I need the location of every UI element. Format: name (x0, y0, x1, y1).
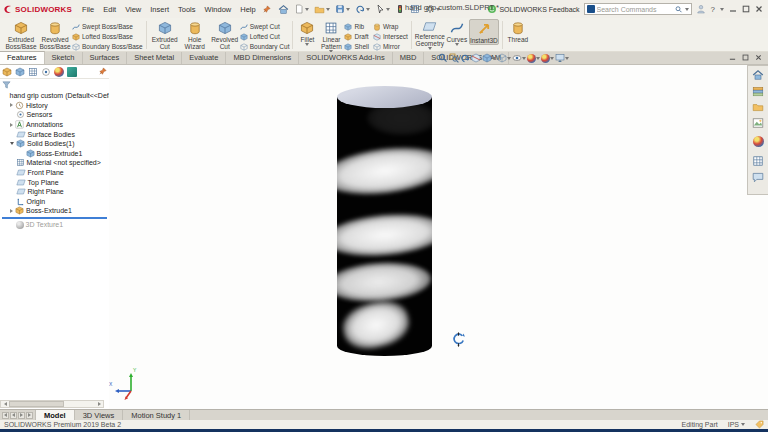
scrollbar-thumb[interactable] (9, 401, 64, 407)
units-selector[interactable]: IPS (728, 421, 745, 428)
menu-insert[interactable]: Insert (146, 3, 173, 16)
tab-sketch[interactable]: Sketch (45, 52, 83, 64)
view-orientation-icon[interactable] (482, 53, 496, 63)
extruded-boss-button[interactable]: Extruded Boss/Base (4, 19, 38, 50)
curves-button[interactable]: Curves (445, 19, 469, 46)
tree-item-front-plane[interactable]: Front Plane (2, 168, 109, 178)
mirror-button[interactable]: Mirror (373, 42, 408, 51)
tree-item-3d-texture1[interactable]: 3D Texture1 (2, 220, 109, 230)
rib-button[interactable]: Rib (344, 22, 368, 31)
apply-scene-icon[interactable] (541, 54, 554, 63)
taskpane-home-icon[interactable] (752, 69, 764, 81)
next-tab-icon[interactable] (18, 412, 25, 419)
lofted-cut-button[interactable]: Lofted Cut (240, 32, 290, 41)
tag-icon[interactable] (755, 420, 764, 429)
tree-item-right-plane[interactable]: Right Plane (2, 187, 109, 197)
draft-button[interactable]: Draft (344, 32, 368, 41)
featuremanager-tree-tab[interactable] (2, 67, 12, 77)
expand-icon[interactable] (10, 123, 13, 127)
doc-restore-icon[interactable] (742, 54, 749, 61)
expand-icon[interactable] (10, 103, 13, 107)
tree-item-origin[interactable]: Origin (2, 197, 109, 207)
tab-evaluate[interactable]: Evaluate (182, 52, 226, 64)
hole-wizard-button[interactable]: Hole Wizard (180, 19, 210, 50)
menu-file[interactable]: File (78, 3, 98, 16)
restore-icon[interactable] (742, 5, 750, 13)
scroll-right-icon[interactable] (95, 401, 103, 407)
rollback-bar[interactable] (2, 217, 107, 219)
design-library-icon[interactable] (752, 85, 764, 97)
custom-properties-icon[interactable] (752, 155, 764, 167)
edit-appearance-icon[interactable] (527, 54, 540, 63)
search-icon[interactable] (675, 5, 683, 14)
tab-model[interactable]: Model (36, 410, 75, 420)
dimxpertmanager-tab[interactable] (41, 67, 51, 77)
menu-help[interactable]: Help (236, 3, 259, 16)
panel-horizontal-scrollbar[interactable] (0, 400, 104, 408)
tree-item-boss-extrude1-body[interactable]: Boss-Extrude1 (2, 149, 109, 159)
propertymanager-tab[interactable] (15, 67, 25, 77)
tab-surfaces[interactable]: Surfaces (83, 52, 128, 64)
boundary-boss-button[interactable]: Boundary Boss/Base (72, 42, 143, 51)
zoom-to-fit-icon[interactable] (438, 53, 448, 63)
boundary-cut-button[interactable]: Boundary Cut (240, 42, 290, 51)
display-style-icon[interactable] (497, 53, 511, 63)
tree-item-solid-bodies[interactable]: Solid Bodies(1) (2, 139, 109, 149)
doc-close-icon[interactable] (755, 54, 762, 61)
new-document-button[interactable] (293, 3, 310, 15)
expand-icon[interactable] (10, 209, 13, 213)
tab-mbd[interactable]: MBD (393, 52, 425, 64)
rebuild-button[interactable] (394, 3, 406, 15)
search-caret-icon[interactable] (685, 8, 689, 11)
linear-pattern-button[interactable]: Linear Pattern (318, 19, 344, 53)
section-view-icon[interactable] (471, 53, 481, 63)
revolved-boss-button[interactable]: Revolved Boss/Base (38, 19, 72, 50)
reference-geometry-button[interactable]: Reference Geometry (415, 19, 445, 50)
tree-item-material[interactable]: Material <not specified> (2, 158, 109, 168)
minimize-icon[interactable] (729, 5, 737, 13)
search-scope-icon[interactable] (587, 5, 595, 13)
open-button[interactable] (313, 3, 331, 16)
tab-solidworks-add-ins[interactable]: SOLIDWORKS Add-Ins (299, 52, 392, 64)
undo-button[interactable] (354, 3, 371, 15)
swept-cut-button[interactable]: Swept Cut (240, 22, 290, 31)
tab-motion-study-1[interactable]: Motion Study 1 (123, 410, 190, 420)
home-button[interactable] (277, 3, 290, 16)
tab-features[interactable]: Features (0, 51, 45, 64)
tree-item-top-plane[interactable]: Top Plane (2, 177, 109, 187)
revolved-cut-button[interactable]: Revolved Cut (210, 19, 240, 50)
panel-pin-icon[interactable] (98, 67, 107, 76)
select-button[interactable] (374, 3, 391, 15)
first-tab-icon[interactable] (2, 412, 9, 419)
hide-show-items-icon[interactable] (512, 53, 526, 63)
file-explorer-icon[interactable] (752, 101, 764, 113)
instant3d-button[interactable]: Instant3D (469, 19, 499, 45)
tree-filter-icon[interactable] (2, 80, 11, 89)
tree-item-annotations[interactable]: Annotations (2, 120, 109, 130)
thread-button[interactable]: Thread (506, 19, 530, 43)
tree-item-sensors[interactable]: Sensors (2, 110, 109, 120)
view-settings-icon[interactable] (555, 53, 569, 63)
model-top-face[interactable] (337, 86, 432, 108)
feedback-button[interactable]: SOLIDWORKS Feedback (487, 4, 579, 14)
last-tab-icon[interactable] (26, 412, 33, 419)
zoom-to-area-icon[interactable] (449, 53, 459, 63)
appearances-icon[interactable] (753, 133, 764, 151)
intersect-button[interactable]: Intersect (373, 32, 408, 41)
tree-item-boss-extrude1[interactable]: Boss-Extrude1 (2, 206, 109, 216)
collapse-icon[interactable] (10, 142, 14, 145)
help-caret-icon[interactable] (720, 8, 724, 11)
lofted-boss-button[interactable]: Lofted Boss/Base (72, 32, 143, 41)
fillet-button[interactable]: Fillet (296, 19, 318, 46)
save-button[interactable] (334, 3, 351, 15)
view-palette-icon[interactable] (752, 117, 764, 129)
menu-window[interactable]: Window (201, 3, 236, 16)
shell-button[interactable]: Shell (344, 42, 368, 51)
menu-tools[interactable]: Tools (174, 3, 200, 16)
previous-view-icon[interactable] (460, 53, 470, 63)
help-button[interactable]: ? (711, 5, 715, 14)
swept-boss-button[interactable]: Swept Boss/Base (72, 22, 143, 31)
menu-view[interactable]: View (121, 3, 145, 16)
close-icon[interactable] (755, 5, 763, 13)
tab-3d-views[interactable]: 3D Views (75, 410, 124, 420)
